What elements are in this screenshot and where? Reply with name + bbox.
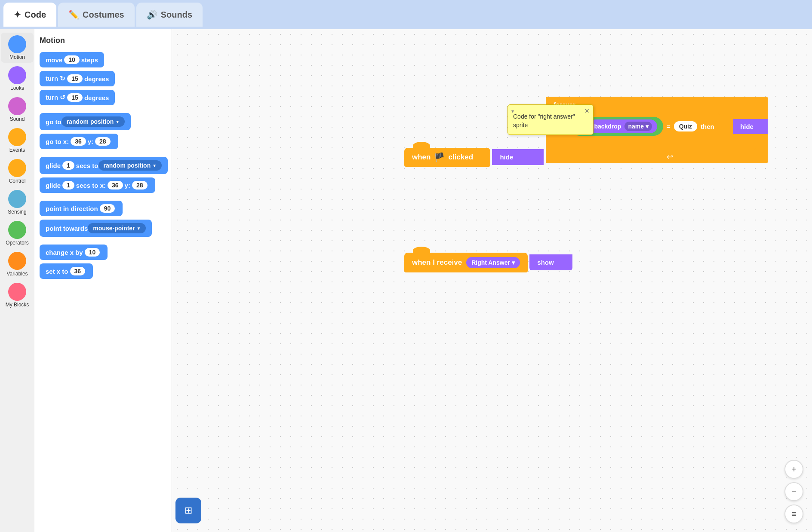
control-label: Control [9,178,26,184]
hide-block-inner[interactable]: hide [733,119,768,134]
when-receive-hat[interactable]: when I receive Right Answer ▾ [404,253,528,272]
change-x-label: change x by [46,249,83,256]
tab-code[interactable]: ✦ Code [3,3,56,27]
hat-bump [413,142,430,150]
goto-x-value[interactable]: 36 [71,137,86,146]
glide2-x[interactable]: 36 [108,181,123,190]
block-move[interactable]: move 10 steps [40,52,104,67]
hide-label-inner: hide [740,123,754,130]
sound-label: Sound [10,116,25,122]
glide1-dropdown[interactable]: random position [98,160,162,171]
glide2-value[interactable]: 1 [62,181,74,190]
block-goto[interactable]: go to random position [40,113,131,130]
glide2-ylabel: y: [125,182,130,189]
myblocks-label: My Blocks [6,302,29,308]
block-gotoxy[interactable]: go to x: 36 y: 28 [40,134,118,149]
tab-sounds[interactable]: 🔊 Sounds [136,3,203,27]
glide1-label: glide [46,162,61,169]
turn-ccw-label: turn ↺ [46,94,65,101]
turn-ccw-value[interactable]: 15 [67,93,83,102]
sidebar-item-looks[interactable]: Looks [1,64,34,94]
myblocks-dot [8,283,26,301]
costumes-icon: ✏️ [68,9,79,20]
block-change-x[interactable]: change x by 10 [40,245,108,260]
hat-block-inner: when 🏴 clicked [404,148,490,167]
name-dropdown[interactable]: name ▾ [624,122,652,131]
when-clicked-hat[interactable]: when 🏴 clicked [404,148,490,167]
glide2-mid: secs to x: [76,182,106,189]
equals-sign: = [667,123,671,130]
show-block[interactable]: show [529,254,572,270]
zoom-in-button[interactable]: + [784,460,803,479]
tab-sounds-label: Sounds [161,10,192,20]
show-label: show [537,259,554,266]
quiz-value[interactable]: Quiz [674,121,697,131]
forever-footer: ↩ [546,150,768,163]
add-block-button[interactable]: ⊞ [175,498,201,523]
move-label: move [46,56,62,64]
move-suffix: steps [81,56,98,64]
turn-cw-value[interactable]: 15 [67,74,83,83]
point-towards-label: point towards [46,225,88,232]
block-point-towards[interactable]: point towards mouse-pointer [40,220,152,237]
if-bottom [558,140,756,150]
sidebar-item-variables[interactable]: Variables [1,249,34,279]
sensing-label: Sensing [8,209,26,215]
blocks-panel: Motion move 10 steps turn ↻ 15 degrees t… [34,29,172,532]
gotoxy-label: go to x: [46,138,69,145]
move-value[interactable]: 10 [64,55,80,64]
sidebar-item-myblocks[interactable]: My Blocks [1,280,34,310]
gotoxy-ylabel: y: [88,138,93,145]
operators-dot [8,221,26,239]
flag-icon: 🏴 [434,152,445,162]
sidebar-item-sensing[interactable]: Sensing [1,187,34,217]
blocks-panel-title: Motion [40,36,166,45]
tab-code-label: Code [25,10,46,20]
zoom-out-icon: − [791,487,797,497]
zoom-controls: + − ≡ [784,460,803,523]
sidebar-item-events[interactable]: Events [1,125,34,156]
scratch-comment: ▾ ✕ Code for "right answer" sprite [508,104,594,135]
block-turn-cw[interactable]: turn ↻ 15 degrees [40,71,115,86]
goto-y-value[interactable]: 28 [95,137,111,146]
zoom-out-button[interactable]: − [784,482,803,501]
block-turn-ccw[interactable]: turn ↺ 15 degrees [40,90,115,105]
looks-dot [8,66,26,84]
zoom-in-icon: + [791,465,797,474]
tab-costumes[interactable]: ✏️ Costumes [58,3,135,27]
comment-close-button[interactable]: ✕ [584,107,590,114]
glide2-y[interactable]: 28 [132,181,148,190]
turn-ccw-suffix: degrees [84,94,109,101]
change-x-value[interactable]: 10 [85,248,100,257]
motion-label: Motion [9,54,25,60]
sidebar-item-motion[interactable]: Motion [1,33,34,63]
main-layout: Motion Looks Sound Events Control Sensin… [0,29,812,532]
sensing-dot [8,190,26,208]
set-x-value[interactable]: 36 [70,267,86,275]
point-dir-value[interactable]: 90 [100,204,115,213]
looks-label: Looks [10,85,24,91]
backdrop-block: backdrop name ▾ [589,119,657,133]
motion-dot [8,35,26,53]
control-dot [8,159,26,177]
block-glide1[interactable]: glide 1 secs to random position [40,157,168,174]
glide1-value[interactable]: 1 [62,161,74,170]
events-label: Events [9,147,25,153]
when-label: when [412,153,431,162]
block-set-x[interactable]: set x to 36 [40,263,93,279]
hide-block-1[interactable]: hide [492,149,544,165]
block-glide2[interactable]: glide 1 secs to x: 36 y: 28 [40,177,155,193]
sidebar-item-operators[interactable]: Operators [1,218,34,248]
sidebar-item-control[interactable]: Control [1,156,34,187]
zoom-reset-button[interactable]: ≡ [784,504,803,523]
point-towards-dropdown[interactable]: mouse-pointer [88,223,146,233]
goto-label: go to [46,118,62,125]
block-point-dir[interactable]: point in direction 90 [40,201,123,216]
goto-dropdown[interactable]: random position [62,116,125,127]
sidebar-item-sound[interactable]: Sound [1,95,34,125]
add-block-icon: ⊞ [185,505,192,516]
turn-cw-label: turn ↻ [46,75,65,83]
operators-label: Operators [6,240,28,246]
clicked-label: clicked [448,153,473,162]
right-answer-dropdown[interactable]: Right Answer ▾ [466,257,520,268]
